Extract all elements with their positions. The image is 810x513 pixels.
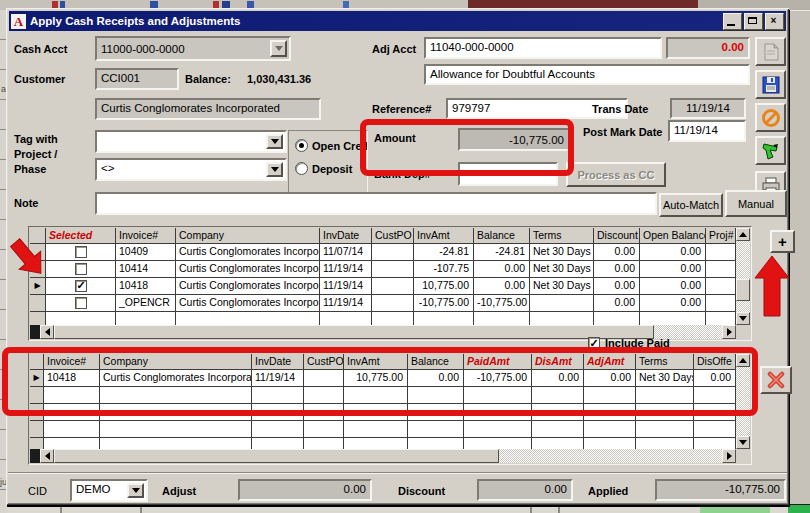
scroll-up-button[interactable] (736, 354, 750, 367)
background-gridline (140, 506, 142, 513)
deposit-radio[interactable] (295, 162, 308, 175)
grid-cell-custpo (372, 295, 414, 312)
grid-row[interactable]: 10409Curtis Conglomorates Incorporated11… (30, 244, 736, 261)
cash-acct-dropdown-button[interactable] (270, 40, 287, 57)
adjust-value: 0.00 (344, 483, 366, 495)
note-input[interactable] (95, 192, 657, 215)
adj-acct-input[interactable]: 11040-000-0000 (424, 37, 662, 59)
scroll-thumb[interactable] (736, 279, 750, 301)
grid-header-paidamt: PaidAmt (464, 354, 532, 370)
grid-row[interactable]: _OPENCRCurtis Conglomorates Incorporated… (30, 295, 736, 312)
process-as-cc-label: Process as CC (577, 169, 654, 181)
grid-cell (344, 421, 408, 438)
close-icon: × (766, 14, 781, 27)
grid-row[interactable]: ▶10418Curtis Conglomorates Incorporated1… (30, 370, 736, 387)
cid-dropdown-button[interactable] (127, 483, 144, 498)
grid-cell (408, 404, 464, 421)
drill-down-button[interactable] (755, 136, 786, 165)
amount-label: Amount (374, 132, 416, 144)
triangle-right-icon (727, 328, 732, 336)
maximize-button[interactable] (744, 13, 763, 30)
bank-dep-input[interactable] (458, 162, 558, 186)
scroll-right-button[interactable] (722, 449, 736, 463)
grid-cell (694, 404, 736, 421)
grid-row[interactable]: ▶✓10418Curtis Conglomorates Incorporated… (30, 278, 736, 295)
include-paid-label: Include Paid (605, 337, 670, 349)
scrollbar-split-box[interactable] (30, 325, 40, 339)
open-credit-radio[interactable] (295, 139, 308, 152)
phase-combo[interactable]: <> (95, 158, 287, 181)
save-button[interactable] (755, 70, 786, 99)
grid-cell-selected: ✓ (46, 278, 116, 295)
grid-cell-invoice: 10418 (116, 278, 176, 295)
grid-cell-proj (706, 295, 736, 312)
grid-cell-invamt: -24.81 (414, 244, 474, 261)
project-dropdown-button[interactable] (266, 134, 283, 149)
customer-name-value: Curtis Conglomorates Incorporated (101, 102, 280, 114)
remove-applied-row-button[interactable] (760, 366, 792, 394)
open-invoices-rows: SelectedInvoice#CompanyInvDateCustPOInvA… (30, 228, 736, 329)
grid1-vertical-scrollbar[interactable] (736, 228, 750, 325)
scroll-track[interactable] (736, 241, 750, 279)
adj-acct-label: Adj Acct (372, 43, 416, 55)
grid2-vertical-scrollbar[interactable] (736, 354, 750, 449)
cash-acct-label: Cash Acct (14, 43, 67, 55)
post-mark-date-input[interactable]: 11/19/14 (668, 120, 746, 142)
open-credit-radio-row[interactable]: Open Credit (295, 139, 367, 152)
scroll-thumb[interactable] (54, 325, 654, 339)
grid-cell-discount: 0.00 (594, 261, 640, 278)
cid-combo[interactable]: DEMO (70, 479, 148, 502)
include-paid-row[interactable]: ✓ Include Paid (588, 337, 670, 349)
row-select-checkbox[interactable] (75, 263, 87, 275)
scroll-track[interactable] (736, 301, 750, 312)
minimize-button[interactable] (723, 13, 742, 30)
grid2-horizontal-scrollbar[interactable] (30, 449, 736, 463)
grid-row[interactable]: 10414Curtis Conglomorates Incorporated11… (30, 261, 736, 278)
background-icon-fragment (52, 1, 58, 8)
close-button[interactable]: × (765, 13, 784, 30)
auto-match-button[interactable]: Auto-Match (659, 193, 723, 217)
scroll-left-button[interactable] (40, 449, 54, 463)
add-invoice-button[interactable]: + (770, 230, 795, 253)
grid-header-row: SelectedInvoice#CompanyInvDateCustPOInvA… (30, 228, 736, 244)
grid-cell (30, 404, 44, 421)
grid-cell-invoice: 10414 (116, 261, 176, 278)
customer-label: Customer (14, 73, 65, 85)
title-bar[interactable]: A Apply Cash Receipts and Adjustments × (9, 11, 786, 31)
grid-cell (30, 387, 44, 404)
adj-acct-value: 11040-000-0000 (430, 41, 514, 53)
post-mark-date-label: Post Mark Date (583, 126, 662, 138)
report-button[interactable] (755, 37, 786, 66)
project-combo[interactable] (95, 130, 287, 153)
grid-cell-invoice: _OPENCR (116, 295, 176, 312)
scroll-down-button[interactable] (736, 312, 750, 325)
row-select-checkbox[interactable]: ✓ (75, 280, 87, 292)
scroll-right-button[interactable] (722, 325, 736, 339)
grid-cell-custpo (372, 244, 414, 261)
grid-cell-open_balance: 0.00 (640, 261, 706, 278)
deposit-radio-row[interactable]: Deposit (295, 162, 367, 175)
scroll-left-button[interactable] (40, 325, 54, 339)
adj-acct-name-field[interactable]: Allowance for Doubtful Accounts (424, 64, 750, 85)
row-select-checkbox[interactable] (75, 297, 87, 309)
scroll-track[interactable] (499, 449, 722, 463)
manual-button[interactable]: Manual (725, 190, 787, 217)
scroll-thumb[interactable] (54, 449, 499, 463)
grid-header-custpo: CustPO (304, 354, 344, 370)
row-select-checkbox[interactable] (75, 246, 87, 258)
cash-acct-combo[interactable]: 11000-000-0000 (95, 36, 291, 61)
grid-cell-invamt: -10,775.00 (414, 295, 474, 312)
grid-cell (100, 387, 252, 404)
scroll-up-button[interactable] (736, 228, 750, 241)
cancel-button[interactable] (755, 103, 786, 132)
process-as-cc-button: Process as CC (566, 162, 666, 187)
note-label: Note (14, 197, 38, 209)
grid-cell-balance: 0.00 (408, 370, 464, 387)
scroll-track[interactable] (736, 367, 750, 436)
phase-dropdown-button[interactable] (266, 162, 283, 177)
customer-code-field[interactable]: CCI001 (95, 68, 179, 90)
scrollbar-split-box[interactable] (30, 449, 40, 463)
chevron-down-icon (132, 488, 140, 493)
scroll-down-button[interactable] (736, 436, 750, 449)
include-paid-checkbox[interactable]: ✓ (588, 337, 600, 349)
